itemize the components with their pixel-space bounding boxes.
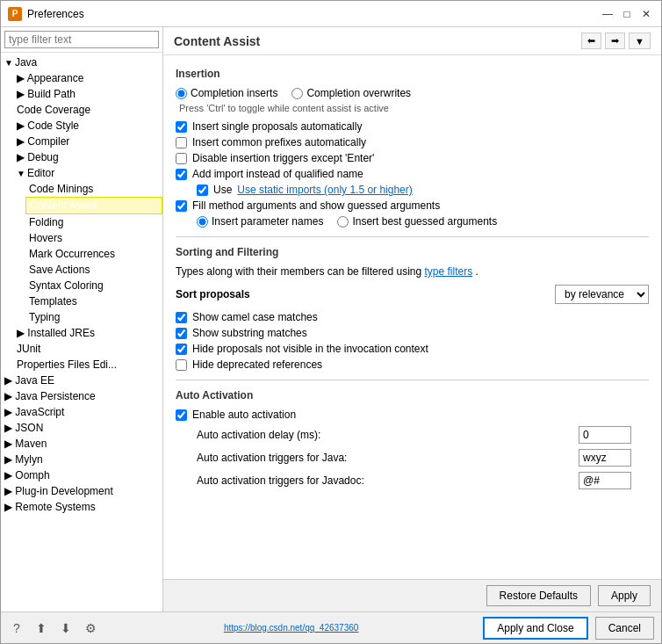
sidebar-item-syntax-coloring[interactable]: Syntax Coloring bbox=[25, 278, 162, 293]
settings-icon[interactable]: ⚙ bbox=[82, 619, 99, 637]
disable-insertion-label[interactable]: Disable insertion triggers except 'Enter… bbox=[176, 152, 374, 164]
delay-label: Auto activation delay (ms): bbox=[197, 429, 572, 441]
triggers-javadoc-input[interactable] bbox=[579, 472, 631, 489]
close-button[interactable]: ✕ bbox=[638, 6, 654, 22]
sidebar-item-code-style[interactable]: ▶ Code Style bbox=[13, 118, 162, 134]
sidebar-item-json[interactable]: ▶ JSON bbox=[1, 420, 162, 436]
auto-activation-section-title: Auto Activation bbox=[176, 389, 649, 402]
static-imports-link[interactable]: Use static imports (only 1.5 or higher) bbox=[237, 184, 412, 196]
triggers-java-input[interactable] bbox=[579, 449, 631, 467]
insert-single-checkbox[interactable] bbox=[176, 121, 187, 133]
use-static-imports-checkbox[interactable] bbox=[197, 185, 208, 196]
sidebar-item-remote-systems[interactable]: ▶ Remote Systems bbox=[1, 499, 162, 515]
import-icon[interactable]: ⬇ bbox=[57, 619, 75, 637]
sidebar-item-editor[interactable]: ▼ Editor bbox=[13, 165, 162, 181]
maximize-button[interactable]: □ bbox=[619, 6, 635, 22]
sidebar-item-oomph[interactable]: ▶ Oomph bbox=[1, 467, 162, 483]
fill-method-checkbox[interactable] bbox=[176, 200, 187, 212]
show-substring-label[interactable]: Show substring matches bbox=[176, 327, 307, 339]
minimize-button[interactable]: — bbox=[600, 6, 615, 22]
completion-overwrites-label[interactable]: Completion overwrites bbox=[291, 87, 411, 99]
delay-input[interactable] bbox=[579, 426, 631, 444]
add-import-label[interactable]: Add import instead of qualified name bbox=[176, 168, 363, 180]
insert-single-label[interactable]: Insert single proposals automatically bbox=[176, 120, 362, 133]
help-icon[interactable]: ? bbox=[8, 619, 25, 637]
show-camel-case-label[interactable]: Show camel case matches bbox=[176, 311, 318, 323]
apply-close-button[interactable]: Apply and Close bbox=[483, 617, 587, 640]
sidebar-item-junit[interactable]: JUnit bbox=[13, 341, 162, 357]
bottom-bar: ? ⬆ ⬇ ⚙ https://blog.csdn.net/qq_4263736… bbox=[1, 611, 661, 643]
sidebar-item-save-actions[interactable]: Save Actions bbox=[25, 262, 162, 278]
enable-auto-activation-checkbox[interactable] bbox=[176, 409, 187, 421]
dropdown-button[interactable]: ▼ bbox=[629, 33, 651, 49]
export-icon[interactable]: ⬆ bbox=[32, 619, 50, 637]
sort-proposals-select[interactable]: by relevance alphabetically bbox=[555, 285, 649, 304]
add-import-checkbox[interactable] bbox=[176, 169, 187, 180]
filter-box bbox=[1, 27, 162, 53]
type-filters-link[interactable]: type filters bbox=[425, 265, 473, 278]
sidebar-item-code-minings[interactable]: Code Minings bbox=[25, 181, 162, 197]
bottom-icons: ? ⬆ ⬇ ⚙ bbox=[8, 619, 99, 637]
sidebar-item-mylyn[interactable]: ▶ Mylyn bbox=[1, 452, 162, 467]
back-button[interactable]: ⬅ bbox=[581, 33, 601, 49]
sidebar-item-maven[interactable]: ▶ Maven bbox=[1, 436, 162, 452]
show-camel-case-row: Show camel case matches bbox=[176, 311, 649, 323]
sidebar-item-java-persistence[interactable]: ▶ Java Persistence bbox=[1, 388, 162, 404]
cancel-button[interactable]: Cancel bbox=[595, 617, 654, 640]
sidebar-item-folding[interactable]: Folding bbox=[25, 214, 162, 230]
hide-deprecated-checkbox[interactable] bbox=[176, 359, 187, 371]
separator-2 bbox=[176, 380, 649, 380]
insert-common-row: Insert common prefixes automatically bbox=[176, 136, 649, 148]
sidebar-item-java-label: Java bbox=[15, 56, 37, 69]
blog-link[interactable]: https://blog.csdn.net/qq_42637360 bbox=[224, 623, 358, 633]
insertion-section-title: Insertion bbox=[176, 68, 649, 80]
type-filters-description: Types along with their members can be fi… bbox=[176, 265, 649, 278]
sidebar-item-java[interactable]: ▼ Java bbox=[1, 54, 162, 70]
sidebar-item-debug[interactable]: ▶ Debug bbox=[13, 149, 162, 165]
insert-best-guessed-label[interactable]: Insert best guessed arguments bbox=[337, 215, 497, 228]
sidebar-item-properties-files-editor[interactable]: Properties Files Edi... bbox=[13, 357, 162, 373]
fill-method-label[interactable]: Fill method arguments and show guessed a… bbox=[176, 199, 440, 212]
use-static-imports-row: Use Use static imports (only 1.5 or high… bbox=[197, 184, 649, 196]
app-icon: P bbox=[8, 7, 22, 21]
panel-footer: Restore Defaults Apply bbox=[163, 579, 661, 611]
hide-proposals-label[interactable]: Hide proposals not visible in the invoca… bbox=[176, 343, 428, 355]
insert-param-names-radio[interactable] bbox=[197, 216, 208, 228]
restore-defaults-button[interactable]: Restore Defaults bbox=[486, 585, 591, 606]
sidebar-item-build-path[interactable]: ▶ Build Path bbox=[13, 86, 162, 102]
forward-button[interactable]: ➡ bbox=[605, 33, 625, 49]
sidebar-item-appearance[interactable]: ▶ Appearance bbox=[13, 70, 162, 86]
enable-auto-activation-label[interactable]: Enable auto activation bbox=[176, 409, 296, 421]
sidebar-item-javascript[interactable]: ▶ JavaScript bbox=[1, 404, 162, 420]
show-substring-checkbox[interactable] bbox=[176, 328, 187, 339]
filter-input[interactable] bbox=[4, 31, 159, 48]
panel-header: Content Assist ⬅ ➡ ▼ bbox=[163, 27, 661, 55]
show-camel-case-checkbox[interactable] bbox=[176, 312, 187, 323]
hide-proposals-checkbox[interactable] bbox=[176, 344, 187, 355]
insert-param-names-label[interactable]: Insert parameter names bbox=[197, 215, 323, 228]
sort-proposals-label: Sort proposals bbox=[176, 288, 250, 300]
insert-best-guessed-radio[interactable] bbox=[337, 216, 349, 228]
sidebar-item-mark-occurrences[interactable]: Mark Occurrences bbox=[25, 246, 162, 262]
completion-overwrites-radio[interactable] bbox=[291, 88, 303, 99]
completion-inserts-radio[interactable] bbox=[176, 88, 187, 99]
sidebar-item-compiler[interactable]: ▶ Compiler bbox=[13, 134, 162, 149]
insert-common-checkbox[interactable] bbox=[176, 137, 187, 148]
apply-button[interactable]: Apply bbox=[598, 585, 651, 606]
hide-deprecated-label[interactable]: Hide deprecated references bbox=[176, 358, 322, 371]
sidebar-item-java-ee[interactable]: ▶ Java EE bbox=[1, 373, 162, 388]
sidebar-item-typing[interactable]: Typing bbox=[25, 309, 162, 325]
window-controls: — □ ✕ bbox=[600, 6, 654, 22]
completion-inserts-label[interactable]: Completion inserts bbox=[176, 87, 277, 99]
sidebar-item-code-coverage[interactable]: Code Coverage bbox=[13, 102, 162, 118]
sidebar-item-plug-in-development[interactable]: ▶ Plug-in Development bbox=[1, 483, 162, 499]
sidebar-item-content-assist[interactable]: Content Assist bbox=[25, 197, 162, 214]
sidebar-item-hovers[interactable]: Hovers bbox=[25, 230, 162, 246]
add-import-row: Add import instead of qualified name bbox=[176, 168, 649, 180]
insert-common-label[interactable]: Insert common prefixes automatically bbox=[176, 136, 366, 148]
sidebar-item-installed-jres[interactable]: ▶ Installed JREs bbox=[13, 325, 162, 341]
sidebar-item-templates[interactable]: Templates bbox=[25, 293, 162, 309]
ctrl-hint: Press 'Ctrl' to toggle while content ass… bbox=[179, 103, 649, 113]
disable-insertion-checkbox[interactable] bbox=[176, 153, 187, 164]
tree-group-java: ▼ Java ▶ Appearance ▶ Build Path bbox=[1, 54, 162, 373]
